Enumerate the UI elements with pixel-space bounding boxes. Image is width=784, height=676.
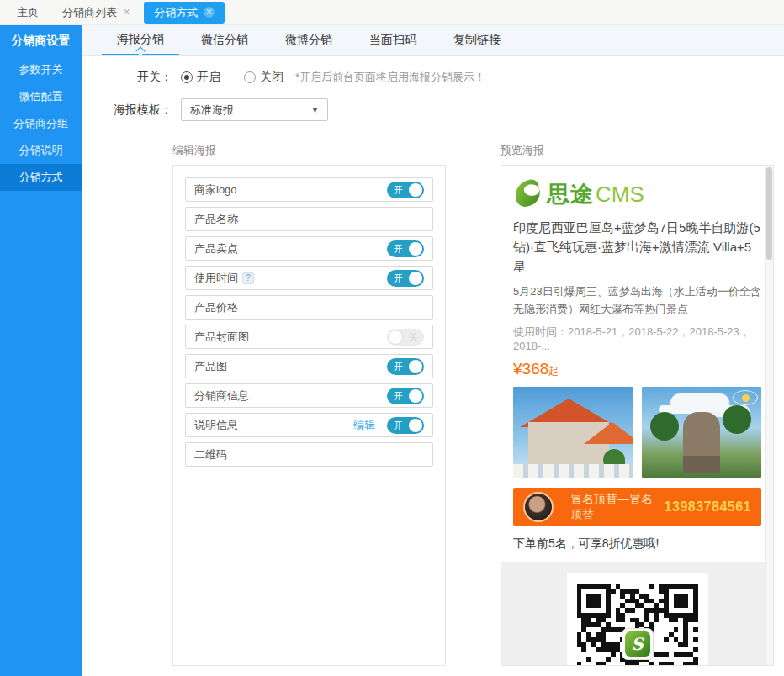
page-tab-label: 分销方式	[154, 5, 198, 20]
template-label: 海报模板：	[82, 103, 172, 118]
preview-poster-panel: 思途 CMS 印度尼西亚巴厘岛+蓝梦岛7日5晚半自助游(5钻)·直飞纯玩惠·蓝梦…	[501, 165, 774, 666]
page-tab-label: 分销商列表	[62, 5, 117, 20]
product-image-temple	[642, 387, 762, 478]
nav-tab-3[interactable]: 当面扫码	[354, 25, 432, 55]
preview-poster-column: 预览海报 思途 CMS 印度尼西亚巴厘岛+蓝梦岛7日5晚半自助游(5钻)·直飞纯…	[501, 135, 774, 666]
price-suffix: 起	[548, 365, 559, 377]
use-time: 使用时间：2018-5-21，2018-5-22，2018-5-23，2018-…	[513, 325, 761, 352]
radio-off[interactable]: 关闭	[244, 70, 283, 85]
sidebar-item-4[interactable]: 分销方式	[0, 164, 82, 191]
edit-item-8: 说明信息编辑开	[185, 413, 433, 437]
edit-item-label: 分销商信息	[194, 388, 249, 404]
nav-tab-1[interactable]: 微信分销	[186, 25, 263, 55]
edit-poster-title: 编辑海报	[172, 143, 446, 158]
switch-row: 开关： 开启 关闭 *开启后前台页面将启用海报分销展示！	[82, 70, 784, 85]
switch-note: *开启后前台页面将启用海报分销展示！	[295, 70, 485, 85]
situ-leaf-icon	[513, 179, 543, 209]
logo-suffix-text: CMS	[596, 182, 644, 208]
edit-poster-column: 编辑海报 商家logo开产品名称产品卖点开使用时间?开产品价格产品封面图关产品图…	[172, 135, 446, 666]
page-tab-label: 主页	[17, 5, 39, 20]
help-icon[interactable]: ?	[242, 272, 254, 284]
toggle-on[interactable]: 开	[387, 358, 424, 375]
template-row: 海报模板： 标准海报 ▼	[82, 98, 784, 121]
chevron-down-icon: ▼	[311, 106, 319, 114]
price-value: ¥368	[513, 360, 548, 378]
toggle-on[interactable]: 开	[387, 417, 424, 434]
edit-item-label: 使用时间	[194, 271, 238, 286]
product-price: ¥368起	[513, 360, 761, 378]
sidebar-item-1[interactable]: 微信配置	[0, 83, 82, 110]
edit-item-2: 产品卖点开	[185, 236, 433, 261]
edit-poster-panel: 商家logo开产品名称产品卖点开使用时间?开产品价格产品封面图关产品图开分销商信…	[172, 165, 446, 666]
sidebar-item-3[interactable]: 分销说明	[0, 137, 82, 164]
nav-tabs: 海报分销微信分销微博分销当面扫码复制链接	[82, 25, 784, 56]
sidebar-header: 分销商设置	[0, 25, 82, 56]
promo-text: 下单前5名，可享8折优惠哦!	[513, 536, 761, 552]
product-image-beach-house	[513, 387, 633, 478]
poster-template-value: 标准海报	[190, 103, 234, 118]
edit-item-3: 使用时间?开	[185, 266, 433, 290]
qr-card: S	[567, 573, 708, 666]
page-tab-bar: 主页分销商列表✕分销方式✕	[0, 0, 784, 25]
merchant-logo: 思途 CMS	[513, 179, 761, 209]
distributor-info-bar: 冒名顶替—冒名顶替— 13983784561	[513, 488, 761, 526]
product-selling-point: 5月23日引爆周三、蓝梦岛出海（水上活动一价全含无隐形消费）网红大瀑布等热门景点	[513, 283, 761, 319]
radio-on-label: 开启	[197, 70, 220, 85]
radio-off-icon[interactable]	[244, 71, 256, 83]
qr-section: S	[501, 562, 773, 666]
close-icon[interactable]: ✕	[204, 7, 215, 18]
content: 海报分销微信分销微博分销当面扫码复制链接 开关： 开启 关闭 *开启后前台页面将…	[82, 25, 784, 676]
preview-scrollbar-thumb[interactable]	[766, 167, 772, 260]
radio-on[interactable]: 开启	[181, 70, 220, 85]
settings-form: 开关： 开启 关闭 *开启后前台页面将启用海报分销展示！ 海报模板： 标准海报 …	[82, 56, 784, 121]
edit-item-5: 产品封面图关	[185, 325, 433, 349]
qr-center-logo-icon: S	[622, 628, 654, 660]
edit-item-label: 说明信息	[194, 418, 238, 433]
poster-template-select[interactable]: 标准海报 ▼	[181, 98, 328, 121]
logo-brand-text: 思途	[547, 179, 594, 209]
edit-item-1: 产品名称	[185, 207, 433, 231]
distributor-phone: 13983784561	[665, 499, 751, 515]
product-images	[513, 387, 761, 478]
radio-off-label: 关闭	[260, 70, 283, 85]
edit-item-0: 商家logo开	[185, 177, 433, 202]
close-icon[interactable]: ✕	[123, 8, 130, 17]
watermark-icon	[733, 390, 758, 405]
edit-item-7: 分销商信息开	[185, 383, 433, 408]
edit-item-label: 产品卖点	[194, 241, 238, 256]
edit-item-label: 二维码	[194, 447, 227, 462]
edit-item-9: 二维码	[185, 442, 433, 467]
toggle-on[interactable]: 开	[387, 270, 424, 287]
edit-item-label: 产品名称	[194, 212, 238, 227]
distributor-avatar	[523, 492, 554, 522]
radio-on-icon[interactable]	[181, 71, 193, 83]
nav-tab-4[interactable]: 复制链接	[438, 25, 516, 55]
preview-poster-title: 预览海报	[501, 143, 774, 158]
edit-link[interactable]: 编辑	[353, 418, 375, 433]
switch-label: 开关：	[82, 70, 172, 85]
preview-scrollbar[interactable]	[765, 166, 773, 665]
page-tab-0[interactable]: 主页	[7, 2, 49, 24]
page-tab-1[interactable]: 分销商列表✕	[52, 2, 140, 24]
distributor-name: 冒名顶替—冒名顶替—	[570, 492, 665, 522]
product-title: 印度尼西亚巴厘岛+蓝梦岛7日5晚半自助游(5钻)·直飞纯玩惠·蓝梦出海+激情漂流…	[513, 218, 761, 277]
edit-item-6: 产品图开	[185, 354, 433, 378]
toggle-on[interactable]: 开	[387, 388, 424, 404]
edit-item-label: 产品封面图	[194, 330, 249, 345]
sidebar-item-2[interactable]: 分销商分组	[0, 110, 82, 137]
edit-item-label: 产品价格	[194, 300, 238, 315]
toggle-on[interactable]: 开	[387, 240, 424, 257]
sidebar-item-0[interactable]: 参数开关	[0, 56, 82, 83]
nav-tab-0[interactable]: 海报分销	[102, 25, 179, 55]
edit-item-4: 产品价格	[185, 295, 433, 320]
edit-item-label: 产品图	[194, 359, 227, 374]
page-tab-2[interactable]: 分销方式✕	[144, 2, 225, 24]
toggle-off[interactable]: 关	[387, 329, 424, 346]
sidebar-items: 参数开关微信配置分销商分组分销说明分销方式	[0, 56, 82, 191]
nav-tab-2[interactable]: 微博分销	[270, 25, 347, 55]
sidebar: 分销商设置 参数开关微信配置分销商分组分销说明分销方式	[0, 25, 82, 676]
toggle-on[interactable]: 开	[387, 182, 424, 198]
edit-item-label: 商家logo	[194, 182, 237, 198]
